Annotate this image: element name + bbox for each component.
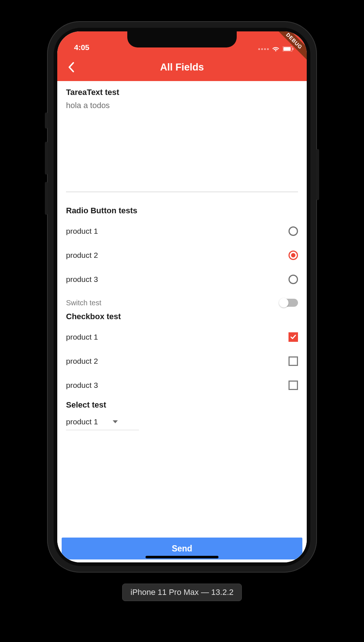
status-time: 4:05 <box>74 43 89 52</box>
side-button-vol-up <box>45 142 48 175</box>
chevron-down-icon <box>113 420 118 423</box>
select-value: product 1 <box>66 417 98 426</box>
signal-dots-icon <box>258 48 269 50</box>
switch-row[interactable]: Switch test <box>66 294 298 312</box>
device-frame: DEBUG 4:05 <box>47 21 317 573</box>
select-label: Select test <box>66 400 298 410</box>
radio-option-3[interactable]: product 3 <box>66 267 298 291</box>
radio-option-label: product 1 <box>66 227 98 236</box>
textarea-value: hola a todos <box>66 101 298 110</box>
checkbox-option-label: product 2 <box>66 357 98 366</box>
radio-option-1[interactable]: product 1 <box>66 219 298 243</box>
home-indicator[interactable] <box>146 556 218 558</box>
notch <box>127 31 237 47</box>
wifi-icon <box>272 46 280 52</box>
switch-toggle <box>280 299 298 307</box>
svg-rect-1 <box>283 47 291 51</box>
checkbox-option-3[interactable]: product 3 <box>66 373 298 397</box>
app-bar: All Fields <box>57 53 307 81</box>
side-button-vol-down <box>45 182 48 215</box>
radio-option-label: product 3 <box>66 275 98 284</box>
side-button-mute <box>45 112 48 129</box>
page-title: All Fields <box>57 62 307 73</box>
textarea-field[interactable]: hola a todos <box>66 101 298 192</box>
radio-option-label: product 2 <box>66 251 98 260</box>
checkbox-icon <box>289 381 298 390</box>
checkbox-option-label: product 3 <box>66 381 98 390</box>
checkbox-icon <box>289 356 298 366</box>
textarea-label: TareaText test <box>66 88 298 97</box>
checkbox-option-label: product 1 <box>66 333 98 341</box>
svg-rect-2 <box>293 48 294 50</box>
radio-icon <box>289 275 298 284</box>
checkbox-option-1[interactable]: product 1 <box>66 325 298 349</box>
radio-icon <box>289 226 298 236</box>
radio-group-label: Radio Button tests <box>66 206 298 215</box>
simulator-label: iPhone 11 Pro Max — 13.2.2 <box>122 584 242 601</box>
side-button-power <box>316 149 319 200</box>
checkbox-group-label: Checkbox test <box>66 312 298 321</box>
radio-option-2[interactable]: product 2 <box>66 243 298 267</box>
radio-icon <box>289 251 298 260</box>
checkbox-icon <box>289 332 298 342</box>
switch-label: Switch test <box>66 299 101 307</box>
content-area: TareaText test hola a todos Radio Button… <box>57 81 307 562</box>
battery-icon <box>283 46 294 51</box>
checkbox-option-2[interactable]: product 2 <box>66 349 298 373</box>
select-dropdown[interactable]: product 1 <box>66 413 139 430</box>
